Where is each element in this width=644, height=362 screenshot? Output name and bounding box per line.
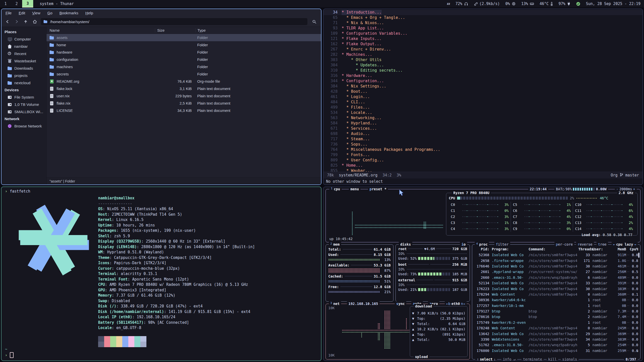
tab-net[interactable]: 3net [329,301,341,306]
core-meter [586,228,622,229]
scroll-down-indicator[interactable]: ↓ [637,349,639,353]
file-row[interactable]: flake.lock 3,1 KiB Plain text document [47,85,321,92]
proc-info-key[interactable]: info ↵ [501,357,517,361]
menu-item[interactable]: Bookmarks [59,11,78,15]
process-row[interactable]: 52134 Isolated Web Co /nix/store/sm8fmrf… [472,280,640,286]
process-row[interactable]: 176000 Isolated Web Co /nix/store/sm8fmr… [472,348,640,353]
file-row[interactable]: user.nix 229 bytes Plain text document [47,92,321,100]
buffer-name: system/README.org [339,173,378,177]
up-button[interactable] [23,19,29,25]
sidebar-item-label: nambiar [14,44,28,49]
column-header-size[interactable]: Size [155,28,195,32]
process-row[interactable]: 178616 btop btop 2 nambiar 7.4M 0.0 [472,314,640,320]
file-row[interactable]: home Folder [47,41,321,49]
org-buffer[interactable]: 34* Introduction... 65 * Emacs + Org + T… [324,9,642,172]
proc-scrollbar[interactable] [638,253,639,258]
net-sync-toggle[interactable]: sync [395,301,406,306]
file-row[interactable]: assets Folder [47,34,321,41]
process-cpu-graph [627,271,629,272]
terminal-window[interactable]: › fastfetch nambiar@smallbox [1,187,321,361]
process-row[interactable]: 2601 .Hyprland-wrapp /run/current-system… [472,269,640,275]
sort-selector[interactable]: ←cpu lazy→ [612,242,638,247]
file-type: Folder [195,35,321,40]
home-button[interactable] [32,19,38,25]
clock[interactable]: Sun, 28 Sep 2025 - 22:19 [586,2,640,6]
sidebar-item[interactable]: Downloads [2,65,46,72]
idle-inhibitor[interactable]: zz [447,2,450,6]
menu-item[interactable]: View [32,11,40,15]
scroll-up-indicator[interactable]: ↑ [637,247,639,251]
preset-button[interactable]: preset * [368,187,388,192]
file-row[interactable]: machines Folder [47,63,321,70]
sidebar-item[interactable]: Computer [2,35,46,43]
process-row[interactable]: 178248 Web Content /nix/store/sm8fmrf3wp… [472,325,640,331]
search-button[interactable] [310,18,318,25]
org-line: 267 * Envrc + Direnv... [324,47,642,52]
sidebar-item[interactable]: Browse Network [2,122,46,130]
network-status[interactable]: (2.9kb/s) [474,2,500,6]
file-row[interactable]: hardware Folder [47,49,321,56]
process-row[interactable]: 2660 .emacs-31.0.50- /nix/store/wnqz5pa8… [472,275,640,280]
menu-item[interactable]: Go [47,11,52,15]
path-bar[interactable]: /home/nambiar/system/ [41,18,307,25]
process-row[interactable]: 13642 Isolated Web Co /nix/store/sm8fmrf… [472,331,640,336]
file-row[interactable]: flake.nix 2,5 KiB Plain text document [47,100,321,107]
menu-item[interactable]: Edit [19,11,25,15]
forward-button[interactable] [14,19,20,25]
tab-mem[interactable]: 2mem [329,242,341,247]
process-row[interactable]: 177257 kworker/10:1-mm_ 1 root 0B 0.0 [472,303,640,308]
systemd-ok-status[interactable] [576,2,580,6]
process-row[interactable]: 51762 .emacs-31.0.50- /nix/store/wnqz5pa… [472,342,640,348]
file-row[interactable]: LICENSE 34,3 KiB Plain text document [47,107,321,114]
tab-cpu[interactable]: 1cpu [329,187,342,192]
menu-item[interactable]: File [6,11,12,15]
menu-item[interactable]: Help [85,11,93,15]
process-row[interactable]: 179127 btop btop 2 nambiar 7.3M 0.0 [472,308,640,314]
sidebar-item[interactable]: Recent [2,50,46,57]
memory-status[interactable]: 13% [521,2,534,6]
sidebar-item[interactable]: 1,0 TB Volume [2,101,46,108]
sidebar-item[interactable]: projects [2,72,46,79]
per-core-toggle[interactable]: per-core [554,242,574,247]
sidebar-item[interactable]: Wastebasket [2,57,46,65]
file-row[interactable]: secrets Folder [47,70,321,78]
process-row[interactable]: 178294 Web Content /nix/store/sm8fmrf3wp… [472,292,640,297]
tab-io[interactable]: io [460,242,467,247]
sidebar-item[interactable]: nextcloud [2,79,46,86]
workspace-button[interactable]: 3 [22,0,33,8]
battery-status[interactable]: 97% [558,2,571,6]
proc-select-keys[interactable]: ↑select↓ [475,357,497,361]
sidebar-item[interactable]: SMALLBOX Wi... [2,108,46,115]
process-row[interactable]: 175749 kworker/6:2-even 1 root 0B 0.0 [472,320,640,325]
process-row[interactable]: 38936 kworker/u64:6-kc 1 root 0B 0.0 [472,297,640,303]
process-row[interactable]: 52368 Isolated Web Co /nix/store/sm8fmrf… [472,252,640,258]
palette-swatch [140,342,146,347]
cpu-status[interactable]: 0% [505,2,516,6]
process-row[interactable]: 176646 Isolated Web Co /nix/store/sm8fmr… [472,263,640,269]
column-header-type[interactable]: Type [195,28,321,32]
proc-terminate-key[interactable]: terminate [521,357,544,361]
reverse-toggle[interactable]: reverse [576,242,594,247]
tree-toggle[interactable]: tree [596,242,608,247]
process-row[interactable]: 3390 WebExtensions /nix/store/sm8fmrf3wp… [472,337,640,342]
sidebar-item[interactable]: nambiar [2,43,46,50]
file-row[interactable]: configuration Folder [47,56,321,63]
file-row[interactable]: README.org 76,4 KiB Org-mode file [47,78,321,85]
process-row[interactable]: 176223 Isolated Web Co /nix/store/sm8fmr… [472,286,640,291]
workspace-button[interactable]: 2 [11,0,22,8]
workspace-button[interactable]: 1 [0,0,11,8]
sidebar-item[interactable]: File System [2,94,46,101]
cpu-box: 1cpu menu preset * 22:19:44 BAT○98% 0.00… [326,189,640,242]
back-button[interactable] [5,19,11,25]
net-interface-selector[interactable]: ←beth0n→ [445,301,467,306]
proc-kill-key[interactable]: kill [547,357,558,361]
core-meter [462,210,498,211]
process-row[interactable]: 2658 .firefox-wrappe /nix/store/sm8fmrf3… [472,258,640,263]
temperature-status[interactable]: 46°C [540,2,553,6]
filter-button[interactable]: filter [494,242,510,247]
menu-button[interactable]: menu [349,187,360,192]
tab-proc[interactable]: 4proc [475,242,489,247]
volume-status[interactable]: 72% [456,2,468,6]
column-header-name[interactable]: Name [47,28,155,32]
proc-signals-key[interactable]: signals [561,357,579,361]
